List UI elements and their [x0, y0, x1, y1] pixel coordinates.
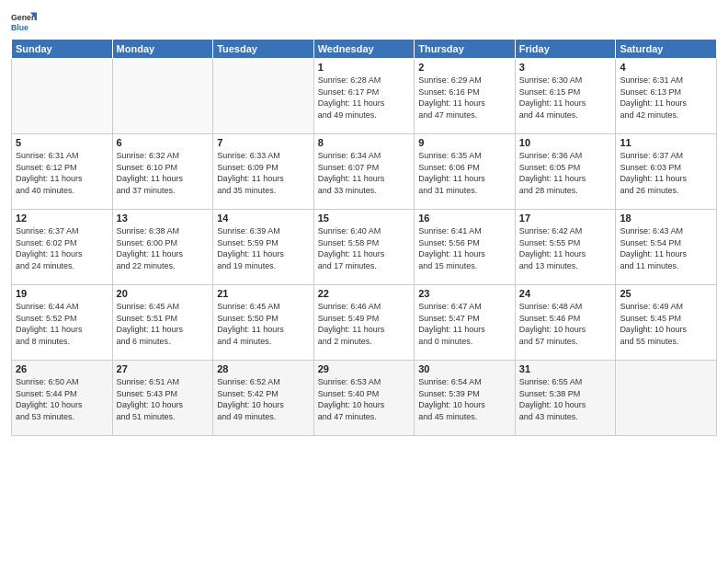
calendar-day: 10Sunrise: 6:36 AMSunset: 6:05 PMDayligh…: [515, 134, 616, 210]
day-info: Sunrise: 6:49 AMSunset: 5:45 PMDaylight:…: [620, 301, 712, 347]
calendar-day: 19Sunrise: 6:44 AMSunset: 5:52 PMDayligh…: [12, 285, 113, 361]
day-number: 16: [418, 213, 511, 224]
weekday-header-monday: Monday: [112, 40, 213, 59]
calendar-week-2: 5Sunrise: 6:31 AMSunset: 6:12 PMDaylight…: [12, 134, 717, 210]
calendar-day: 28Sunrise: 6:52 AMSunset: 5:42 PMDayligh…: [213, 361, 314, 436]
calendar-day: 7Sunrise: 6:33 AMSunset: 6:09 PMDaylight…: [213, 134, 314, 210]
day-info: Sunrise: 6:55 AMSunset: 5:38 PMDaylight:…: [519, 376, 612, 422]
day-info: Sunrise: 6:44 AMSunset: 5:52 PMDaylight:…: [16, 301, 108, 347]
day-number: 10: [519, 137, 612, 148]
day-number: 12: [16, 213, 108, 224]
day-number: 13: [117, 213, 210, 224]
calendar-table: SundayMondayTuesdayWednesdayThursdayFrid…: [11, 39, 717, 436]
day-info: Sunrise: 6:37 AMSunset: 6:03 PMDaylight:…: [620, 150, 712, 196]
weekday-header-row: SundayMondayTuesdayWednesdayThursdayFrid…: [12, 40, 717, 59]
calendar-day: 15Sunrise: 6:40 AMSunset: 5:58 PMDayligh…: [313, 210, 415, 285]
day-info: Sunrise: 6:45 AMSunset: 5:51 PMDaylight:…: [117, 301, 210, 347]
day-info: Sunrise: 6:54 AMSunset: 5:39 PMDaylight:…: [418, 376, 511, 422]
day-info: Sunrise: 6:28 AMSunset: 6:17 PMDaylight:…: [318, 75, 411, 121]
day-number: 19: [16, 288, 108, 299]
calendar-day: 6Sunrise: 6:32 AMSunset: 6:10 PMDaylight…: [112, 134, 213, 210]
day-info: Sunrise: 6:38 AMSunset: 6:00 PMDaylight:…: [117, 225, 210, 271]
day-number: 11: [620, 137, 712, 148]
calendar-day: 5Sunrise: 6:31 AMSunset: 6:12 PMDaylight…: [12, 134, 113, 210]
weekday-header-friday: Friday: [515, 40, 616, 59]
day-number: 5: [16, 137, 108, 148]
svg-text:Blue: Blue: [11, 23, 28, 32]
day-info: Sunrise: 6:40 AMSunset: 5:58 PMDaylight:…: [318, 225, 411, 271]
day-info: Sunrise: 6:36 AMSunset: 6:05 PMDaylight:…: [519, 150, 612, 196]
day-number: 4: [620, 62, 712, 73]
day-info: Sunrise: 6:35 AMSunset: 6:06 PMDaylight:…: [418, 150, 511, 196]
calendar-day: 16Sunrise: 6:41 AMSunset: 5:56 PMDayligh…: [415, 210, 516, 285]
calendar-day: 3Sunrise: 6:30 AMSunset: 6:15 PMDaylight…: [515, 59, 616, 134]
day-number: 26: [16, 363, 108, 374]
day-number: 22: [318, 288, 411, 299]
day-info: Sunrise: 6:48 AMSunset: 5:46 PMDaylight:…: [519, 301, 612, 347]
main-container: General Blue SundayMondayTuesdayWednesda…: [0, 0, 728, 445]
day-info: Sunrise: 6:32 AMSunset: 6:10 PMDaylight:…: [117, 150, 210, 196]
calendar-week-1: 1Sunrise: 6:28 AMSunset: 6:17 PMDaylight…: [12, 59, 717, 134]
day-number: 9: [418, 137, 511, 148]
day-number: 28: [217, 363, 310, 374]
calendar-week-4: 19Sunrise: 6:44 AMSunset: 5:52 PMDayligh…: [12, 285, 717, 361]
calendar-day: 23Sunrise: 6:47 AMSunset: 5:47 PMDayligh…: [415, 285, 516, 361]
calendar-day: 18Sunrise: 6:43 AMSunset: 5:54 PMDayligh…: [616, 210, 717, 285]
day-number: 8: [318, 137, 411, 148]
calendar-day: [12, 59, 113, 134]
calendar-day: 24Sunrise: 6:48 AMSunset: 5:46 PMDayligh…: [515, 285, 616, 361]
day-number: 27: [117, 363, 210, 374]
calendar-day: 11Sunrise: 6:37 AMSunset: 6:03 PMDayligh…: [616, 134, 717, 210]
day-info: Sunrise: 6:45 AMSunset: 5:50 PMDaylight:…: [217, 301, 310, 347]
day-info: Sunrise: 6:41 AMSunset: 5:56 PMDaylight:…: [418, 225, 511, 271]
calendar-day: 2Sunrise: 6:29 AMSunset: 6:16 PMDaylight…: [415, 59, 516, 134]
calendar-day: 27Sunrise: 6:51 AMSunset: 5:43 PMDayligh…: [112, 361, 213, 436]
day-info: Sunrise: 6:34 AMSunset: 6:07 PMDaylight:…: [318, 150, 411, 196]
day-number: 24: [519, 288, 612, 299]
calendar-day: 1Sunrise: 6:28 AMSunset: 6:17 PMDaylight…: [313, 59, 415, 134]
header: General Blue: [11, 9, 717, 35]
day-info: Sunrise: 6:30 AMSunset: 6:15 PMDaylight:…: [519, 75, 612, 121]
calendar-day: 26Sunrise: 6:50 AMSunset: 5:44 PMDayligh…: [12, 361, 113, 436]
day-number: 30: [418, 363, 511, 374]
day-info: Sunrise: 6:31 AMSunset: 6:12 PMDaylight:…: [16, 150, 108, 196]
calendar-week-3: 12Sunrise: 6:37 AMSunset: 6:02 PMDayligh…: [12, 210, 717, 285]
day-number: 6: [117, 137, 210, 148]
day-number: 25: [620, 288, 712, 299]
day-number: 21: [217, 288, 310, 299]
day-info: Sunrise: 6:53 AMSunset: 5:40 PMDaylight:…: [318, 376, 411, 422]
calendar-day: 13Sunrise: 6:38 AMSunset: 6:00 PMDayligh…: [112, 210, 213, 285]
day-info: Sunrise: 6:46 AMSunset: 5:49 PMDaylight:…: [318, 301, 411, 347]
calendar-day: 21Sunrise: 6:45 AMSunset: 5:50 PMDayligh…: [213, 285, 314, 361]
weekday-header-thursday: Thursday: [415, 40, 516, 59]
calendar-day: 20Sunrise: 6:45 AMSunset: 5:51 PMDayligh…: [112, 285, 213, 361]
day-number: 14: [217, 213, 310, 224]
calendar-day: 14Sunrise: 6:39 AMSunset: 5:59 PMDayligh…: [213, 210, 314, 285]
day-number: 17: [519, 213, 612, 224]
logo-icon: General Blue: [11, 9, 37, 35]
calendar-day: 25Sunrise: 6:49 AMSunset: 5:45 PMDayligh…: [616, 285, 717, 361]
calendar-day: 8Sunrise: 6:34 AMSunset: 6:07 PMDaylight…: [313, 134, 415, 210]
calendar-day: 31Sunrise: 6:55 AMSunset: 5:38 PMDayligh…: [515, 361, 616, 436]
calendar-day: 29Sunrise: 6:53 AMSunset: 5:40 PMDayligh…: [313, 361, 415, 436]
day-info: Sunrise: 6:47 AMSunset: 5:47 PMDaylight:…: [418, 301, 511, 347]
day-info: Sunrise: 6:51 AMSunset: 5:43 PMDaylight:…: [117, 376, 210, 422]
day-info: Sunrise: 6:50 AMSunset: 5:44 PMDaylight:…: [16, 376, 108, 422]
day-number: 7: [217, 137, 310, 148]
day-number: 31: [519, 363, 612, 374]
day-number: 23: [418, 288, 511, 299]
day-info: Sunrise: 6:31 AMSunset: 6:13 PMDaylight:…: [620, 75, 712, 121]
calendar-day: 12Sunrise: 6:37 AMSunset: 6:02 PMDayligh…: [12, 210, 113, 285]
calendar-day: [616, 361, 717, 436]
day-number: 15: [318, 213, 411, 224]
day-number: 3: [519, 62, 612, 73]
weekday-header-saturday: Saturday: [616, 40, 717, 59]
day-number: 20: [117, 288, 210, 299]
day-number: 2: [418, 62, 511, 73]
calendar-day: 9Sunrise: 6:35 AMSunset: 6:06 PMDaylight…: [415, 134, 516, 210]
day-info: Sunrise: 6:52 AMSunset: 5:42 PMDaylight:…: [217, 376, 310, 422]
calendar-day: [213, 59, 314, 134]
day-info: Sunrise: 6:29 AMSunset: 6:16 PMDaylight:…: [418, 75, 511, 121]
day-info: Sunrise: 6:43 AMSunset: 5:54 PMDaylight:…: [620, 225, 712, 271]
day-number: 1: [318, 62, 411, 73]
